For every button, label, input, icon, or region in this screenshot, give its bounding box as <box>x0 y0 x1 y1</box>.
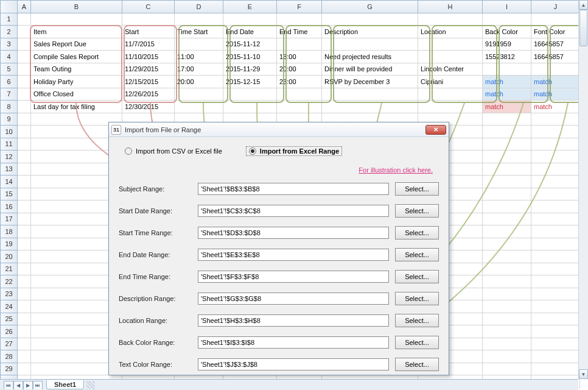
cell[interactable]: 15523812 <box>483 51 531 63</box>
cell[interactable] <box>418 13 483 26</box>
cell[interactable] <box>418 88 483 101</box>
range-input[interactable] <box>198 292 389 305</box>
column-header[interactable]: E <box>223 1 277 13</box>
cell[interactable] <box>322 88 418 101</box>
cell[interactable] <box>483 63 531 76</box>
cell[interactable] <box>483 363 531 375</box>
cell[interactable] <box>18 126 31 138</box>
select-range-button[interactable]: Select... <box>395 314 439 327</box>
cell[interactable]: Need projected results <box>322 51 418 63</box>
cell[interactable] <box>483 151 531 163</box>
row-header[interactable]: 10 <box>1 126 18 138</box>
cell[interactable] <box>531 325 580 338</box>
cell[interactable] <box>175 38 223 51</box>
cell[interactable]: Time Start <box>175 26 223 38</box>
cell[interactable] <box>175 88 223 101</box>
cell[interactable] <box>18 313 31 325</box>
cell[interactable]: Office Closed <box>31 88 122 101</box>
row-header[interactable]: 16 <box>1 200 18 213</box>
cell[interactable] <box>531 300 580 313</box>
cell[interactable] <box>277 13 322 26</box>
cell[interactable] <box>18 363 31 375</box>
cell[interactable] <box>18 26 31 38</box>
cell[interactable] <box>483 263 531 275</box>
range-input[interactable] <box>198 205 389 217</box>
tab-nav-first[interactable]: ⏮ <box>4 381 13 389</box>
cell[interactable] <box>18 63 31 76</box>
row-header[interactable]: 6 <box>1 76 18 88</box>
scroll-thumb[interactable] <box>579 10 587 46</box>
row-header[interactable]: 26 <box>1 325 18 338</box>
row-header[interactable]: 17 <box>1 213 18 225</box>
cell[interactable]: 12/26/2015 <box>122 88 175 101</box>
column-header[interactable]: A <box>18 1 31 13</box>
cell[interactable]: Item <box>31 26 122 38</box>
range-input[interactable] <box>198 271 389 283</box>
cell[interactable] <box>418 101 483 113</box>
cell[interactable]: Team Outing <box>31 63 122 76</box>
cell[interactable] <box>18 250 31 263</box>
scroll-down-button[interactable]: ▼ <box>579 369 588 379</box>
cell[interactable] <box>531 113 580 126</box>
column-header[interactable]: C <box>122 1 175 13</box>
cell[interactable] <box>483 13 531 26</box>
cell[interactable] <box>483 350 531 363</box>
cell[interactable] <box>18 225 31 238</box>
cell[interactable]: 2015-11-10 <box>223 51 277 63</box>
cell[interactable] <box>18 76 31 88</box>
cell[interactable] <box>531 275 580 288</box>
cell[interactable] <box>531 363 580 375</box>
cell[interactable]: Dinner will be provided <box>322 63 418 76</box>
row-header[interactable]: 11 <box>1 138 18 151</box>
cell[interactable] <box>277 101 322 113</box>
cell[interactable] <box>531 338 580 350</box>
cell[interactable]: Back Color <box>483 26 531 38</box>
select-range-button[interactable]: Select... <box>395 182 439 196</box>
cell[interactable] <box>18 151 31 163</box>
cell[interactable] <box>322 38 418 51</box>
cell[interactable]: 16645857 <box>531 51 580 63</box>
row-header[interactable]: 25 <box>1 313 18 325</box>
cell[interactable]: Start <box>122 26 175 38</box>
range-input[interactable] <box>198 183 389 195</box>
cell[interactable] <box>18 213 31 225</box>
tab-nav-last[interactable]: ⏭ <box>33 381 43 389</box>
range-input[interactable] <box>198 249 389 261</box>
cell[interactable] <box>18 138 31 151</box>
cell[interactable] <box>531 13 580 26</box>
row-header[interactable]: 18 <box>1 225 18 238</box>
cell[interactable]: 9191959 <box>483 38 531 51</box>
cell[interactable]: 20:00 <box>277 63 322 76</box>
row-header[interactable]: 22 <box>1 275 18 288</box>
select-range-button[interactable]: Select... <box>395 270 439 283</box>
cell[interactable] <box>483 213 531 225</box>
cell[interactable] <box>18 288 31 300</box>
cell[interactable] <box>277 38 322 51</box>
dialog-titlebar[interactable]: 31 Import from File or Range ✕ <box>109 122 449 137</box>
cell[interactable]: match <box>483 101 531 113</box>
cell[interactable] <box>18 200 31 213</box>
cell[interactable] <box>322 101 418 113</box>
row-header[interactable]: 1 <box>1 13 18 26</box>
cell[interactable]: 16645857 <box>531 38 580 51</box>
cell[interactable] <box>18 300 31 313</box>
cell[interactable] <box>31 13 122 26</box>
cell[interactable] <box>483 126 531 138</box>
radio-import-csv[interactable]: Import from CSV or Excel file <box>125 147 222 155</box>
cell[interactable] <box>483 176 531 188</box>
cell[interactable]: 11/7/2015 <box>122 38 175 51</box>
row-header[interactable]: 20 <box>1 250 18 263</box>
cell[interactable] <box>18 38 31 51</box>
row-header[interactable]: 29 <box>1 363 18 375</box>
cell[interactable] <box>418 51 483 63</box>
cell[interactable] <box>483 200 531 213</box>
cell[interactable]: 17:00 <box>175 63 223 76</box>
cell[interactable]: End Date <box>223 26 277 38</box>
cell[interactable]: match <box>531 76 580 88</box>
cell[interactable] <box>531 188 580 200</box>
cell[interactable]: Font Color <box>531 26 580 38</box>
row-header[interactable]: 21 <box>1 263 18 275</box>
sheet-tab[interactable]: Sheet1 <box>46 380 84 389</box>
row-header[interactable]: 14 <box>1 176 18 188</box>
cell[interactable] <box>18 163 31 176</box>
